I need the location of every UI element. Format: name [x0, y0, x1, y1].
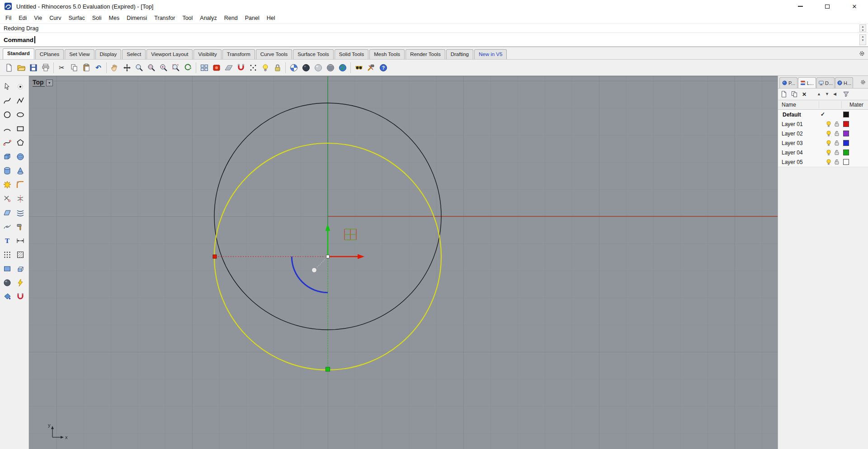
command-history[interactable]: Redoing Drag ▲ ▼ — [0, 24, 868, 33]
polygon-icon[interactable] — [14, 136, 27, 149]
column-material[interactable]: Mater — [849, 102, 863, 108]
scroll-up-icon[interactable]: ▲ — [860, 35, 866, 38]
print-icon[interactable] — [39, 61, 52, 75]
render-sphere-icon[interactable] — [1, 276, 14, 289]
planar-surface-icon[interactable] — [1, 262, 14, 275]
zoom-extents-icon[interactable] — [170, 61, 182, 75]
menu-render[interactable]: Rend — [221, 14, 241, 23]
pan-icon[interactable] — [108, 61, 121, 75]
scroll-up-icon[interactable]: ▲ — [860, 25, 866, 28]
move-icon[interactable] — [121, 61, 133, 75]
scroll-down-icon[interactable]: ▼ — [860, 28, 866, 32]
dimension-icon[interactable] — [14, 234, 27, 247]
cone-icon[interactable] — [14, 164, 27, 177]
tab-surface-tools[interactable]: Surface Tools — [293, 49, 333, 59]
split-icon[interactable] — [14, 192, 27, 205]
loft-icon[interactable] — [14, 206, 27, 219]
command-line[interactable]: Command ▲ ▼ — [0, 33, 868, 47]
layer-color-swatch[interactable] — [843, 159, 849, 165]
tab-viewport-layout[interactable]: Viewport Layout — [146, 49, 193, 59]
arc-icon[interactable] — [1, 122, 14, 135]
layer-color-swatch[interactable] — [843, 121, 849, 127]
viewport-title[interactable]: Top ▼ — [33, 79, 53, 87]
layer-visibility-bulb-icon[interactable] — [826, 140, 831, 146]
tab-new-in-v5[interactable]: New in V5 — [474, 49, 507, 59]
new-file-icon[interactable] — [3, 61, 15, 75]
menu-surface[interactable]: Surfac — [65, 14, 89, 23]
point-icon[interactable] — [14, 80, 27, 93]
box-icon[interactable] — [1, 150, 14, 163]
menu-solid[interactable]: Soli — [89, 14, 105, 23]
menu-edit[interactable]: Edi — [15, 14, 30, 23]
layer-row-01[interactable]: Layer 01 — [778, 119, 868, 129]
quadrant-point-handle[interactable] — [326, 367, 330, 371]
close-button[interactable]: ✕ — [841, 0, 868, 13]
viewport-canvas[interactable]: y x — [29, 76, 778, 449]
rectangle-icon[interactable] — [14, 122, 27, 135]
freeform-icon[interactable] — [1, 136, 14, 149]
hatch-icon[interactable] — [14, 248, 27, 261]
points-on-icon[interactable] — [247, 61, 259, 75]
collapse-layers-icon[interactable]: ◀ — [833, 92, 836, 96]
move-layer-up-icon[interactable]: ▲ — [817, 92, 821, 96]
text-icon[interactable]: T — [1, 234, 14, 247]
xray-view-icon[interactable] — [324, 61, 336, 75]
paste-icon[interactable] — [80, 61, 92, 75]
surface-icon[interactable] — [1, 206, 14, 219]
fillet-icon[interactable] — [14, 178, 27, 191]
viewport-layout-icon[interactable] — [198, 61, 210, 75]
layer-row-04[interactable]: Layer 04 — [778, 148, 868, 157]
tab-help[interactable]: ? H... — [835, 77, 853, 88]
layer-color-swatch[interactable] — [843, 112, 849, 117]
layer-name[interactable]: Layer 04 — [782, 150, 803, 156]
select-icon[interactable] — [1, 80, 14, 93]
cylinder-icon[interactable] — [1, 164, 14, 177]
maximize-button[interactable] — [814, 0, 841, 13]
layer-name[interactable]: Layer 01 — [782, 121, 803, 127]
layer-color-swatch[interactable] — [843, 140, 849, 146]
history-scrollbar[interactable]: ▲ ▼ — [859, 24, 866, 32]
zoom-selected-icon[interactable] — [157, 61, 170, 75]
tab-options-gear-icon[interactable] — [859, 50, 865, 57]
column-name[interactable]: Name — [782, 102, 796, 108]
tab-render-tools[interactable]: Render Tools — [406, 49, 445, 59]
layer-name[interactable]: Layer 02 — [782, 131, 803, 137]
cut-icon[interactable]: ✂ — [56, 61, 68, 75]
rebuild-icon[interactable] — [14, 220, 27, 233]
tab-visibility[interactable]: Visibility — [193, 49, 221, 59]
tab-properties[interactable]: P... — [779, 77, 797, 88]
layer-name[interactable]: Default — [783, 112, 801, 118]
render-icon[interactable] — [210, 61, 222, 75]
menu-mesh[interactable]: Mes — [105, 14, 123, 23]
tab-curve-tools[interactable]: Curve Tools — [256, 49, 292, 59]
magnet-icon[interactable] — [14, 290, 27, 303]
filter-funnel-icon[interactable] — [843, 91, 849, 97]
curve-icon[interactable] — [1, 94, 14, 107]
circle-icon[interactable] — [1, 108, 14, 121]
new-sublayer-icon[interactable] — [791, 91, 798, 98]
tab-drafting[interactable]: Drafting — [446, 49, 473, 59]
scroll-down-icon[interactable]: ▼ — [860, 38, 866, 42]
lightning-icon[interactable] — [14, 276, 27, 289]
gumball-origin-handle[interactable] — [326, 255, 330, 258]
tab-mesh-tools[interactable]: Mesh Tools — [369, 49, 405, 59]
rendered-view-icon[interactable] — [336, 61, 349, 75]
zoom-dynamic-icon[interactable] — [133, 61, 145, 75]
trim-icon[interactable] — [1, 192, 14, 205]
viewport-menu-dropdown[interactable]: ▼ — [46, 80, 53, 86]
delete-layer-icon[interactable]: ✕ — [802, 92, 807, 97]
shaded-view-icon[interactable] — [288, 61, 300, 75]
menu-view[interactable]: Vie — [30, 14, 46, 23]
tab-layers[interactable]: L... — [798, 77, 816, 88]
tab-display[interactable]: D... — [816, 77, 835, 88]
layer-color-swatch[interactable] — [843, 131, 849, 136]
layer-row-05[interactable]: Layer 05 — [778, 157, 868, 167]
layer-visibility-bulb-icon[interactable] — [826, 131, 831, 137]
gumball-menu-ball[interactable] — [312, 268, 317, 273]
explode-icon[interactable] — [1, 178, 14, 191]
menu-file[interactable]: Fil — [2, 14, 15, 23]
rotate-view-icon[interactable] — [182, 61, 194, 75]
tab-transform[interactable]: Transform — [222, 49, 255, 59]
layer-name[interactable]: Layer 03 — [782, 140, 803, 146]
move-layer-down-icon[interactable]: ▼ — [825, 92, 829, 96]
